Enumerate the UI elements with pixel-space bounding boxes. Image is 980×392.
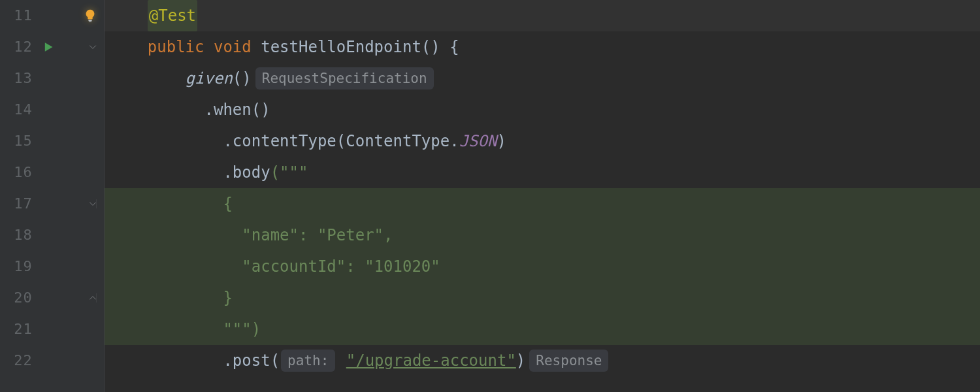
run-test-button[interactable] <box>37 41 59 54</box>
line-number: 20 <box>0 282 37 314</box>
gutter-row: 15 <box>0 125 104 157</box>
inlay-hint-type[interactable]: Response <box>529 350 608 372</box>
fold-toggle[interactable] <box>58 42 104 52</box>
gutter-row: 20 <box>0 282 104 314</box>
gutter-row: 21 <box>0 314 104 345</box>
inlay-hint-parameter[interactable]: path: <box>281 350 335 372</box>
line-number: 11 <box>0 0 37 31</box>
gutter-row: 12 <box>0 31 104 63</box>
gutter-row: 11 <box>0 0 104 31</box>
code-line[interactable]: .post(path: "/upgrade-account")Response <box>105 345 980 376</box>
gutter-row: 13 <box>0 63 104 94</box>
line-number: 13 <box>0 63 37 94</box>
gutter-row: 17 <box>0 188 104 220</box>
line-number: 14 <box>0 94 37 125</box>
intention-bulb-icon[interactable] <box>83 8 97 23</box>
line-number: 18 <box>0 220 37 251</box>
string-url[interactable]: "/upgrade-account" <box>346 345 516 376</box>
code-line[interactable]: .when() <box>105 94 980 125</box>
code-line[interactable]: { <box>105 188 980 220</box>
line-number: 17 <box>0 188 37 220</box>
svg-rect-0 <box>88 20 92 20</box>
gutter-row: 22 <box>0 345 104 376</box>
svg-rect-1 <box>89 21 92 22</box>
code-line[interactable]: .body(""" <box>105 157 980 188</box>
code-line[interactable]: "name": "Peter", <box>105 220 980 251</box>
annotation: @Test <box>148 0 197 31</box>
gutter-row: 19 <box>0 251 104 282</box>
gutter-row: 14 <box>0 94 104 125</box>
fold-toggle[interactable] <box>58 293 104 302</box>
gutter-row: 18 <box>0 220 104 251</box>
line-number: 21 <box>0 314 37 345</box>
line-number: 12 <box>0 31 37 63</box>
keyword: void <box>214 31 252 63</box>
code-line[interactable]: "accountId": "101020" <box>105 251 980 282</box>
line-number: 19 <box>0 251 37 282</box>
code-line[interactable]: } <box>105 282 980 314</box>
fold-slot <box>58 8 104 23</box>
line-number: 22 <box>0 345 37 376</box>
code-line[interactable]: @Test <box>105 0 980 31</box>
line-number: 15 <box>0 125 37 157</box>
line-number: 16 <box>0 157 37 188</box>
code-line[interactable]: .contentType(ContentType.JSON) <box>105 125 980 157</box>
editor-gutter: 11 12 13 14 15 <box>0 0 105 392</box>
editor-code-area[interactable]: @Test public void testHelloEndpoint() { … <box>105 0 980 392</box>
inlay-hint-type[interactable]: RequestSpecification <box>255 67 434 90</box>
code-line[interactable]: given()RequestSpecification <box>105 63 980 94</box>
fold-toggle[interactable] <box>58 199 104 208</box>
code-editor: 11 12 13 14 15 <box>0 0 980 392</box>
code-line[interactable]: public void testHelloEndpoint() { <box>105 31 980 63</box>
enum-constant: JSON <box>459 125 497 157</box>
keyword: public <box>148 31 204 63</box>
code-line[interactable]: """) <box>105 314 980 345</box>
method-name: testHelloEndpoint <box>261 31 421 63</box>
gutter-row: 16 <box>0 157 104 188</box>
static-method: given <box>186 63 233 94</box>
